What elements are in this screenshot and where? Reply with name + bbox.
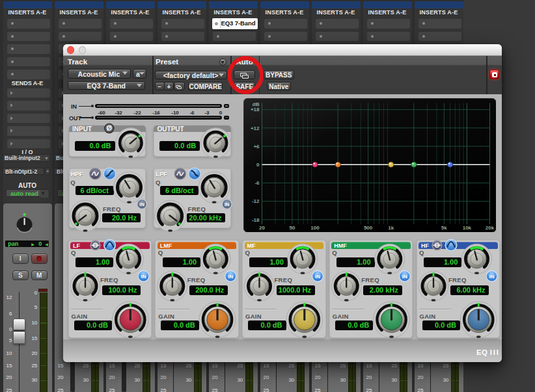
svg-text:-6: -6 bbox=[254, 180, 260, 186]
svg-text:20k: 20k bbox=[485, 224, 494, 230]
svg-text:-12: -12 bbox=[251, 198, 259, 204]
svg-text:1k: 1k bbox=[388, 224, 394, 230]
svg-text:dB: dB bbox=[252, 101, 259, 107]
svg-text:500: 500 bbox=[363, 224, 372, 230]
svg-text:+18: +18 bbox=[250, 107, 259, 112]
svg-text:50: 50 bbox=[289, 224, 295, 230]
svg-text:-18: -18 bbox=[251, 216, 259, 222]
svg-text:100: 100 bbox=[310, 224, 320, 230]
svg-text:+12: +12 bbox=[250, 125, 259, 131]
svg-text:+6: +6 bbox=[253, 143, 260, 149]
svg-text:5k: 5k bbox=[441, 224, 446, 230]
svg-text:20: 20 bbox=[259, 224, 265, 230]
svg-text:0: 0 bbox=[256, 162, 260, 168]
svg-text:10k: 10k bbox=[462, 224, 471, 230]
